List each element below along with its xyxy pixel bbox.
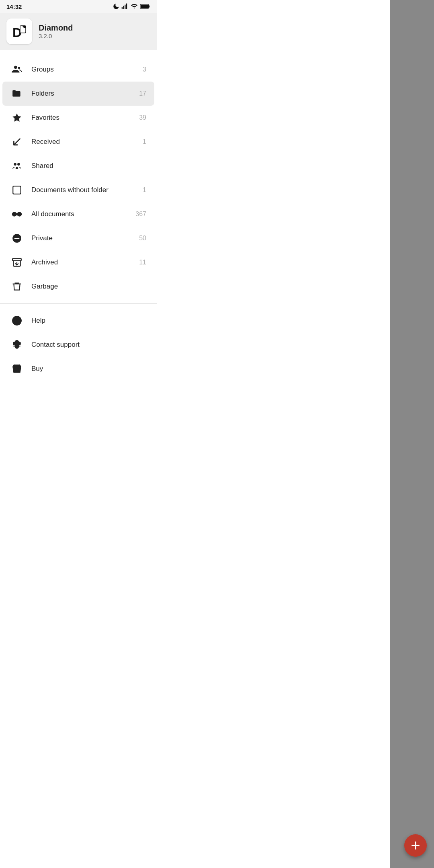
basket-icon: [10, 362, 23, 375]
svg-rect-6: [141, 5, 148, 8]
main-nav-list: Groups 3 Folders 17 Favorites 39 Receive…: [0, 54, 157, 302]
nav-item-received[interactable]: Received 1: [2, 130, 154, 154]
all-label: All documents: [31, 210, 132, 218]
svg-point-13: [17, 163, 20, 166]
signal-icon: [121, 3, 129, 10]
archived-label: Archived: [31, 258, 136, 266]
nav-item-shared[interactable]: Shared: [2, 154, 154, 178]
svg-rect-3: [126, 4, 127, 9]
nav-item-support[interactable]: Contact support: [2, 333, 154, 357]
svg-rect-16: [14, 238, 20, 239]
received-label: Received: [31, 138, 139, 146]
header-space: [0, 50, 157, 54]
svg-point-10: [14, 66, 17, 69]
svg-point-12: [14, 163, 16, 166]
folders-count: 17: [139, 90, 146, 97]
svg-rect-17: [12, 258, 21, 260]
svg-point-25: [18, 369, 18, 370]
nav-item-garbage[interactable]: Garbage: [2, 274, 154, 299]
svg-point-11: [18, 67, 20, 69]
groups-icon: [10, 63, 23, 76]
shared-label: Shared: [31, 162, 143, 170]
trash-icon: [10, 280, 23, 293]
private-icon: [10, 232, 23, 245]
favorites-label: Favorites: [31, 114, 136, 122]
archived-icon: [10, 256, 23, 269]
status-bar: 14:32: [0, 0, 157, 13]
nav-item-folders[interactable]: Folders 17: [2, 82, 154, 106]
nav-item-groups[interactable]: Groups 3: [2, 57, 154, 82]
app-header: D Diamond 3.2.0: [0, 13, 157, 50]
app-version: 3.2.0: [39, 33, 73, 39]
archived-count: 11: [139, 259, 146, 266]
buy-label: Buy: [31, 365, 146, 373]
wifi-icon: [130, 3, 138, 10]
section-divider: [0, 303, 157, 304]
garbage-label: Garbage: [31, 283, 143, 291]
app-info: Diamond 3.2.0: [39, 23, 73, 39]
support-label: Contact support: [31, 341, 146, 349]
app-name: Diamond: [39, 23, 73, 33]
folder-icon: [10, 87, 23, 100]
nav-item-buy[interactable]: Buy: [2, 357, 154, 381]
status-icons: [113, 3, 150, 10]
status-time: 14:32: [6, 3, 22, 10]
secondary-nav-list: Help Contact support Buy: [0, 305, 157, 384]
private-count: 50: [139, 235, 146, 242]
svg-rect-2: [125, 5, 125, 9]
info-icon: [10, 314, 23, 327]
infinity-icon: [10, 208, 23, 221]
svg-rect-1: [123, 6, 124, 9]
shared-icon: [10, 160, 23, 172]
groups-count: 3: [143, 66, 146, 73]
doc-no-folder-icon: [10, 184, 23, 197]
groups-label: Groups: [31, 66, 139, 74]
bug-icon: [10, 338, 23, 351]
svg-point-24: [15, 369, 16, 370]
nav-item-nofolder[interactable]: Documents without folder 1: [2, 178, 154, 202]
nav-item-favorites[interactable]: Favorites 39: [2, 106, 154, 130]
received-icon: [10, 135, 23, 148]
battery-icon: [140, 3, 150, 10]
nofolder-count: 1: [143, 186, 146, 194]
moon-icon: [113, 3, 120, 10]
nofolder-label: Documents without folder: [31, 186, 139, 194]
diamond-logo-icon: D: [10, 23, 28, 40]
nav-item-all[interactable]: All documents 367: [2, 202, 154, 226]
received-count: 1: [143, 138, 146, 145]
favorites-count: 39: [139, 114, 146, 121]
app-logo: D: [6, 18, 32, 44]
private-label: Private: [31, 234, 136, 242]
svg-rect-5: [149, 5, 150, 7]
nav-item-help[interactable]: Help: [2, 309, 154, 333]
nav-item-private[interactable]: Private 50: [2, 226, 154, 250]
all-count: 367: [135, 211, 146, 218]
star-icon: [10, 111, 23, 124]
folders-label: Folders: [31, 90, 136, 98]
nav-item-archived[interactable]: Archived 11: [2, 250, 154, 274]
help-label: Help: [31, 317, 146, 325]
svg-rect-0: [122, 7, 123, 9]
svg-rect-14: [13, 186, 21, 194]
